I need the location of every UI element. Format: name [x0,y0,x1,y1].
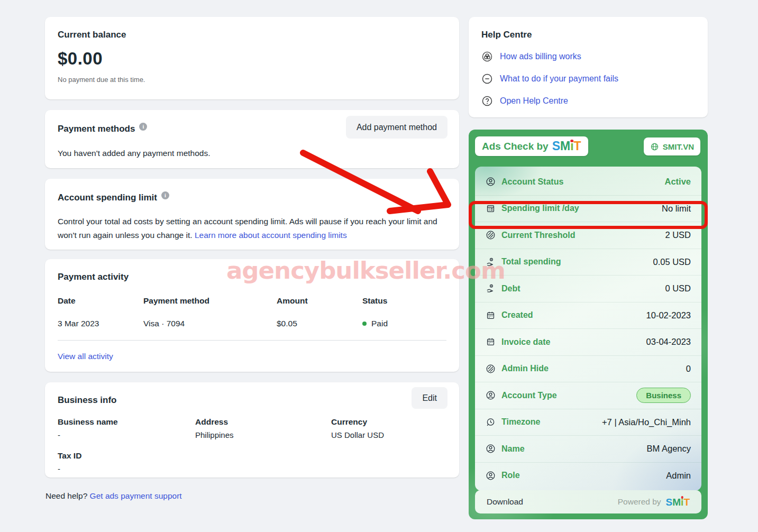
balance-amount: $0.00 [58,49,446,69]
column-header-method: Payment method [143,296,277,306]
balance-note: No payment due at this time. [58,76,446,84]
current-balance-title: Current balance [58,30,126,40]
payment-support-link[interactable]: Get ads payment support [90,491,182,500]
row-total-spending: Total spending 0.05 USD [475,249,701,276]
row-label: Admin Hide [501,364,549,373]
column-header-amount: Amount [277,296,362,306]
slash-circle-icon [486,364,496,374]
panel-footer: Download Powered by SMiT [475,490,701,513]
row-label: Role [501,471,520,480]
row-label: Created [501,310,533,320]
ads-check-panel: Ads Check by SMiT SMIT.VN Account Status… [469,130,708,519]
row-role: Role Admin [475,462,701,489]
row-label: Account Type [501,391,557,400]
row-spending-limit: Spending limit /day No limit [475,195,701,222]
logo-letter: T [574,140,581,152]
cell-method: Visa · 7094 [143,319,277,328]
business-name-value: - [58,430,195,439]
paid-status-dot [362,322,367,326]
status-text: Paid [371,319,388,328]
info-icon[interactable] [139,123,147,131]
account-spending-limit-card: Account spending limit Control your tota… [45,179,459,250]
smit-logo: SMiT [666,497,690,507]
smit-vn-button[interactable]: SMIT.VN [644,137,700,155]
divider [58,340,446,341]
help-centre-card: Help Centre How ads billing works What t… [469,17,708,117]
logo-letter: S [666,497,673,507]
payment-activity-header-row: Date Payment method Amount Status [58,296,446,306]
calendar-icon [486,310,496,320]
smit-logo: SMiT [552,140,581,152]
payment-activity-card: Payment activity Date Payment method Amo… [45,259,459,372]
currency-value: US Dollar USD [331,430,446,439]
ads-check-rows: Account Status Active Spending limit /da… [475,167,701,491]
row-label: Name [501,444,525,454]
current-balance-card: Current balance $0.00 No payment due at … [45,17,459,99]
help-link-payment-fails[interactable]: What to do if your payment fails [481,73,695,85]
row-account-status: Account Status Active [475,169,701,195]
payment-fails-icon [481,73,493,85]
help-link-open-centre[interactable]: Open Help Centre [481,95,695,107]
row-admin-hide: Admin Hide 0 [475,355,701,382]
logo-letter: i [570,140,573,152]
row-name: Name BM Agency [475,435,701,462]
help-centre-title: Help Centre [481,30,532,40]
row-label: Timezone [501,417,541,427]
need-help-line: Need help? Get ads payment support [45,491,182,501]
view-all-activity-link[interactable]: View all activity [58,352,113,361]
row-label: Current Threshold [501,231,576,240]
address-label: Address [195,417,331,427]
business-info-grid: Business name - Tax ID - Address Philipp… [58,406,446,473]
slash-circle-icon [486,230,496,240]
powered-by-text: Powered by [618,497,661,507]
help-link-billing[interactable]: How ads billing works [481,51,695,62]
row-label: Account Status [501,177,563,187]
logo-letter: T [683,497,690,507]
user-icon [486,444,496,454]
logo-letter: M [560,140,570,152]
address-value: Philippines [195,430,331,439]
ads-check-title-pill: Ads Check by SMiT [475,136,588,156]
row-debt: Debt 0 USD [475,275,701,302]
spending-limit-title: Account spending limit [58,192,157,203]
hand-coin-icon [486,283,496,293]
add-payment-method-button[interactable]: Add payment method [346,116,448,139]
row-created: Created 10-02-2023 [475,302,701,329]
row-account-type: Account Type Business [475,382,701,409]
logo-letter: M [672,497,681,507]
row-invoice-date: Invoice date 03-04-2023 [475,328,701,355]
download-button[interactable]: Download [487,497,523,507]
logo-letter: i [681,497,683,507]
cell-amount: $0.05 [277,319,362,328]
payment-methods-empty-text: You haven't added any payment methods. [58,149,446,158]
row-value: No limit [662,204,691,214]
column-header-status: Status [362,296,446,306]
calendar-icon [486,337,496,347]
payment-methods-title: Payment methods [58,124,135,134]
row-value: Admin [666,471,691,481]
info-icon[interactable] [161,191,169,199]
tax-id-label: Tax ID [58,451,195,461]
learn-more-link[interactable]: Learn more about account spending limits [195,231,347,240]
payment-methods-card: Payment methods Add payment method You h… [45,110,459,168]
row-value: 03-04-2023 [646,337,691,347]
row-value: 0 USD [665,283,691,293]
edit-button[interactable]: Edit [412,387,448,409]
row-label: Debt [501,284,520,293]
need-help-text: Need help? [45,491,90,500]
table-row: 3 Mar 2023 Visa · 7094 $0.05 Paid [58,319,446,328]
business-info-title: Business info [58,395,116,406]
user-icon [486,471,496,481]
tax-id-value: - [58,464,195,473]
billing-icon [481,51,493,62]
powered-by: Powered by SMiT [618,497,690,507]
help-link-label: What to do if your payment fails [500,74,618,84]
question-circle-icon [481,95,493,107]
help-link-label: Open Help Centre [500,96,568,106]
row-value: Active [664,177,691,187]
row-value: 2 USD [665,230,691,240]
row-label: Spending limit /day [501,204,579,213]
spending-table-icon [486,204,496,214]
logo-letter: S [552,140,560,152]
business-name-label: Business name [58,417,195,427]
